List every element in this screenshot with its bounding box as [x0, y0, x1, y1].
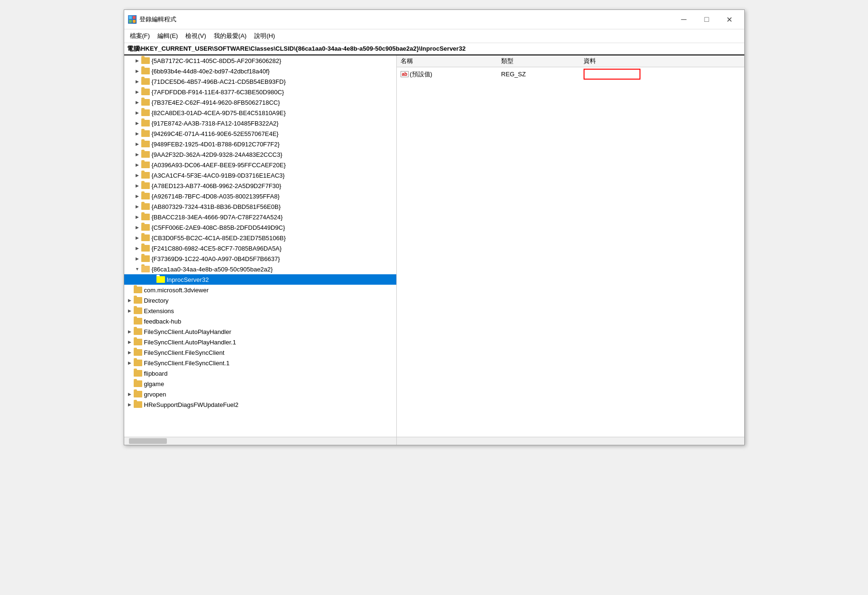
tree-item[interactable]: ▶ Directory	[124, 295, 396, 306]
menu-view[interactable]: 檢視(V)	[182, 30, 210, 42]
tree-item-label: {F37369D9-1C22-40A0-A997-0B4D5F7B6637}	[152, 255, 280, 262]
tree-item[interactable]: ▶ {7B37E4E2-C62F-4914-9620-8FB5062718CC}	[124, 97, 396, 108]
tree-item[interactable]: ▶ {94269C4E-071A-4116-90E6-52E557067E4E}	[124, 128, 396, 139]
tree-item-label: {86ca1aa0-34aa-4e8b-a509-50c905bae2a2}	[152, 266, 273, 273]
detail-pane: 名稱 類型 資料 ab (預設值) REG_SZ	[397, 55, 744, 437]
menu-file[interactable]: 檔案(F)	[126, 30, 154, 42]
tree-item[interactable]: ▶ {71DCE5D6-4B57-496B-AC21-CD5B54EB93FD}	[124, 76, 396, 87]
folder-icon-open	[141, 266, 150, 272]
col-data: 資料	[580, 55, 744, 67]
expand-arrow: ▶	[134, 142, 141, 146]
tree-item-label: {C5FF006E-2AE9-408C-B85B-2DFDD5449D9C}	[152, 224, 285, 231]
tree-item-label: {A3CA1CF4-5F3E-4AC0-91B9-0D3716E1EAC3}	[152, 172, 285, 179]
tree-item[interactable]: ▶ {6bb93b4e-44d8-40e2-bd97-42dbcf18a40f}	[124, 66, 396, 76]
tree-item[interactable]: ▶ {5AB7172C-9C11-405C-8DD5-AF20F3606282}	[124, 55, 396, 66]
tree-item[interactable]: flipboard	[124, 368, 396, 379]
tree-item[interactable]: ▶ {7AFDFDDB-F914-11E4-8377-6C3BE50D980C}	[124, 87, 396, 97]
folder-icon	[141, 162, 150, 168]
tree-item[interactable]: ▶ {A926714B-7BFC-4D08-A035-80021395FFA8}	[124, 191, 396, 201]
expand-arrow: ▶	[134, 79, 141, 84]
tree-item[interactable]: ▶ {A3CA1CF4-5F3E-4AC0-91B9-0D3716E1EAC3}	[124, 170, 396, 180]
expand-arrow: ▶	[134, 194, 141, 198]
tree-item-label: {A0396A93-DC06-4AEF-BEE9-95FFCCAEF20E}	[152, 162, 286, 169]
folder-icon	[134, 339, 142, 345]
tree-item-label: {AB807329-7324-431B-8B36-DBD581F56E0B}	[152, 203, 281, 210]
tree-item-label: {5AB7172C-9C11-405C-8DD5-AF20F3606282}	[152, 57, 282, 64]
expand-arrow: ▶	[126, 308, 134, 313]
tree-item[interactable]: ▶ {9489FEB2-1925-4D01-B788-6D912C70F7F2}	[124, 139, 396, 149]
tree-item[interactable]: ▶ {A0396A93-DC06-4AEF-BEE9-95FFCCAEF20E}	[124, 160, 396, 170]
app-icon	[128, 15, 137, 24]
menu-bar: 檔案(F) 編輯(E) 檢視(V) 我的最愛(A) 說明(H)	[124, 29, 744, 43]
tree-item[interactable]: ▶ {CB3D0F55-BC2C-4C1A-85ED-23ED75B5106B}	[124, 233, 396, 243]
detail-scrollbar-h[interactable]	[397, 437, 744, 445]
close-button[interactable]: ✕	[719, 13, 740, 26]
tree-item[interactable]: ▶ FileSyncClient.FileSyncClient.1	[124, 358, 396, 368]
expand-arrow: ▶	[134, 69, 141, 73]
folder-icon	[134, 318, 142, 325]
tree-item-label: glgame	[144, 380, 164, 388]
tree-item[interactable]: com.microsoft.3dviewer	[124, 285, 396, 295]
tree-item[interactable]: ▶ grvopen	[124, 389, 396, 399]
tree-item-label: grvopen	[144, 391, 166, 398]
tree-item-label: {F241C880-6982-4CE5-8CF7-7085BA96DA5A}	[152, 245, 282, 252]
expand-arrow: ▶	[134, 256, 141, 261]
minimize-button[interactable]: ─	[673, 13, 695, 26]
address-path: 電腦\HKEY_CURRENT_USER\SOFTWARE\Classes\CL…	[127, 45, 466, 52]
tree-item-label: {917E8742-AA3B-7318-FA12-10485FB322A2}	[152, 120, 279, 127]
tree-item[interactable]: ▶ HReSupportDiagsFWUpdateFuel2	[124, 399, 396, 410]
window-title: 登錄編輯程式	[139, 15, 176, 24]
tree-item[interactable]: ▶ FileSyncClient.AutoPlayHandler	[124, 326, 396, 337]
col-type: 類型	[497, 55, 579, 67]
folder-icon	[141, 120, 150, 126]
maximize-button[interactable]: □	[696, 13, 718, 26]
menu-favorites[interactable]: 我的最愛(A)	[210, 30, 250, 42]
expand-arrow: ▶	[134, 152, 141, 157]
svg-rect-2	[129, 20, 132, 23]
tree-item-label: {7B37E4E2-C62F-4914-9620-8FB5062718CC}	[152, 99, 280, 106]
tree-item[interactable]: ▶ {9AA2F32D-362A-42D9-9328-24A483E2CCC3}	[124, 149, 396, 160]
ab-badge: ab	[401, 71, 409, 77]
tree-item[interactable]: ▶ FileSyncClient.FileSyncClient	[124, 347, 396, 358]
tree-item-label: FileSyncClient.AutoPlayHandler	[144, 328, 231, 335]
tree-item[interactable]: glgame	[124, 379, 396, 389]
expand-arrow: ▶	[126, 361, 134, 365]
tree-item-label: com.microsoft.3dviewer	[144, 287, 209, 294]
tree-item[interactable]: ▶ {F37369D9-1C22-40A0-A997-0B4D5F7B6637}	[124, 253, 396, 264]
tree-item-expanded[interactable]: ▼ {86ca1aa0-34aa-4e8b-a509-50c905bae2a2}	[124, 264, 396, 274]
folder-icon	[134, 401, 142, 408]
tree-item[interactable]: ▶ {82CA8DE3-01AD-4CEA-9D75-BE4C51810A9E}	[124, 108, 396, 118]
reg-badge: ab (預設值)	[401, 70, 432, 79]
detail-table: 名稱 類型 資料 ab (預設值) REG_SZ	[397, 55, 744, 81]
tree-item[interactable]: ▶ FileSyncClient.AutoPlayHandler.1	[124, 337, 396, 347]
tree-item[interactable]: ▶ Extensions	[124, 306, 396, 316]
expand-arrow: ▶	[134, 215, 141, 219]
expand-arrow: ▶	[134, 121, 141, 126]
folder-icon	[134, 380, 142, 387]
menu-edit[interactable]: 編輯(E)	[154, 30, 182, 42]
tree-item[interactable]: ▶ {917E8742-AA3B-7318-FA12-10485FB322A2}	[124, 118, 396, 128]
tree-item[interactable]: ▶ {F241C880-6982-4CE5-8CF7-7085BA96DA5A}	[124, 243, 396, 253]
tree-item[interactable]: ▶ {A78ED123-AB77-406B-9962-2A5D9D2F7F30}	[124, 180, 396, 191]
folder-icon	[141, 245, 150, 252]
tree-item-label: {6bb93b4e-44d8-40e2-bd97-42dbcf18a40f}	[152, 68, 270, 75]
tree-item-label: {BBACC218-34EA-4666-9D7A-C78F2274A524}	[152, 214, 283, 221]
menu-help[interactable]: 說明(H)	[250, 30, 279, 42]
tree-item-selected[interactable]: InprocServer32	[124, 274, 396, 285]
expand-arrow: ▼	[134, 267, 141, 271]
tree-item-label: Extensions	[144, 307, 174, 315]
expand-arrow: ▶	[134, 225, 141, 230]
reg-name: ab (預設值)	[397, 67, 498, 81]
tree-item[interactable]: ▶ {AB807329-7324-431B-8B36-DBD581F56E0B}	[124, 201, 396, 212]
table-row[interactable]: ab (預設值) REG_SZ	[397, 67, 744, 81]
expand-arrow: ▶	[126, 298, 134, 303]
tree-item[interactable]: feedback-hub	[124, 316, 396, 326]
folder-icon	[134, 307, 142, 314]
expand-arrow: ▶	[134, 204, 141, 209]
tree-item-label: {7AFDFDDB-F914-11E4-8377-6C3BE50D980C}	[152, 89, 284, 96]
tree-item[interactable]: ▶ {C5FF006E-2AE9-408C-B85B-2DFDD5449D9C}	[124, 222, 396, 233]
tree-item[interactable]: ▶ {BBACC218-34EA-4666-9D7A-C78F2274A524}	[124, 212, 396, 222]
address-bar: 電腦\HKEY_CURRENT_USER\SOFTWARE\Classes\CL…	[124, 43, 744, 55]
tree-scrollbar-h[interactable]	[124, 437, 397, 445]
tree-pane[interactable]: ▶ {5AB7172C-9C11-405C-8DD5-AF20F3606282}…	[124, 55, 397, 437]
